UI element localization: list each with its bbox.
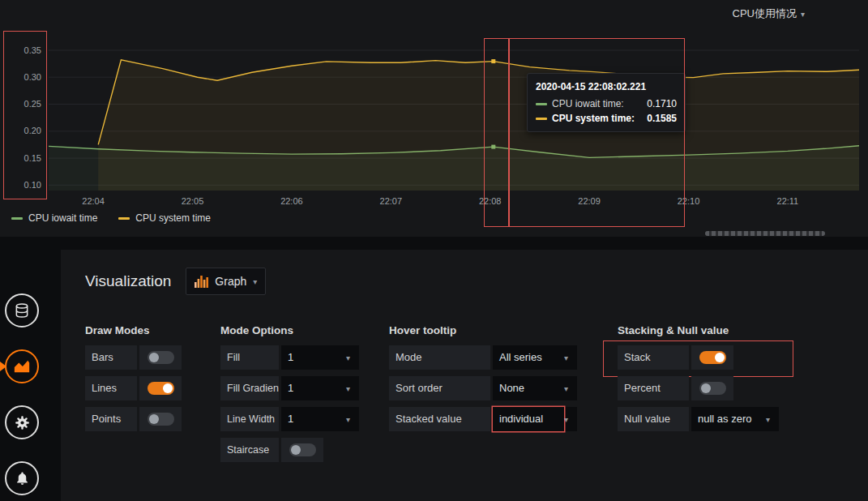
viz-picker-value: Graph <box>215 275 246 288</box>
bar-chart-icon <box>195 275 208 288</box>
form-row-stack: Stack <box>618 345 788 370</box>
svg-text:0.25: 0.25 <box>24 99 41 109</box>
stacked-value-label: Stacked value <box>389 407 490 431</box>
section-hover-tooltip: Hover tooltip Mode All series ▾ Sort ord… <box>389 324 577 469</box>
series-color-icon <box>118 217 130 220</box>
bars-toggle[interactable] <box>139 345 182 370</box>
chevron-down-icon: ▾ <box>346 353 359 362</box>
series-color-icon <box>536 118 547 120</box>
tab-general[interactable] <box>5 405 39 439</box>
form-row-sort-order: Sort order None ▾ <box>389 376 577 400</box>
svg-text:0.20: 0.20 <box>24 126 41 135</box>
editor-columns: Draw Modes Bars Lines Points <box>61 324 868 469</box>
legend-item-system[interactable]: CPU system time <box>118 212 211 224</box>
staircase-toggle[interactable] <box>281 438 323 462</box>
percent-label: Percent <box>618 376 689 400</box>
screen: CPU使用情况▾ 0.350.300.250.200.150.1022:0422… <box>0 0 868 501</box>
form-row-bars: Bars <box>85 345 182 370</box>
lines-label: Lines <box>85 376 137 400</box>
fill-select[interactable]: 1 ▾ <box>281 345 359 370</box>
chart-tooltip: 2020-04-15 22:08:02.221 CPU iowait time:… <box>527 73 686 132</box>
null-value-select[interactable]: null as zero ▾ <box>691 407 779 431</box>
chevron-down-icon: ▾ <box>766 415 779 424</box>
form-row-line-width: Line Width 1 ▾ <box>220 407 359 431</box>
tooltip-series-label: CPU system time: <box>552 113 635 124</box>
form-row-staircase: Staircase <box>220 438 359 462</box>
tooltip-timestamp: 2020-04-15 22:08:02.221 <box>536 81 677 92</box>
svg-text:22:08: 22:08 <box>479 196 502 206</box>
form-row-stacked-value: Stacked value individual ▾ <box>389 407 577 431</box>
form-row-null-value: Null value null as zero ▾ <box>618 407 788 431</box>
bars-label: Bars <box>85 345 137 370</box>
line-width-label: Line Width <box>220 407 279 431</box>
visualization-icon <box>13 358 31 375</box>
chart-legend: CPU iowait time CPU system time <box>11 212 211 224</box>
select-value: 1 <box>281 407 346 431</box>
chevron-down-icon: ▾ <box>253 277 257 286</box>
form-row-percent: Percent <box>618 376 788 400</box>
tooltip-series-value: 0.1710 <box>647 98 677 109</box>
panel-title[interactable]: CPU使用情况▾ <box>733 6 805 21</box>
stack-toggle[interactable] <box>691 345 733 370</box>
series-color-icon <box>536 103 547 105</box>
series-color-icon <box>11 217 23 220</box>
chevron-down-icon: ▾ <box>801 10 805 19</box>
active-tab-arrow-icon <box>0 362 6 371</box>
tab-alert[interactable] <box>5 461 39 495</box>
select-value: All series <box>493 345 564 370</box>
svg-text:22:07: 22:07 <box>380 196 403 206</box>
form-row-fill-gradient: Fill Gradient 1 ▾ <box>220 376 359 400</box>
svg-text:22:09: 22:09 <box>578 196 601 206</box>
horizontal-scrollbar[interactable] <box>705 231 825 236</box>
cpu-usage-panel: CPU使用情况▾ 0.350.300.250.200.150.1022:0422… <box>0 0 868 237</box>
lines-toggle[interactable] <box>139 376 182 400</box>
points-toggle[interactable] <box>139 407 182 431</box>
svg-text:0.15: 0.15 <box>24 153 41 163</box>
gear-icon <box>14 414 31 431</box>
tooltip-mode-select[interactable]: All series ▾ <box>493 345 577 370</box>
legend-item-iowait[interactable]: CPU iowait time <box>11 212 97 224</box>
bell-icon <box>15 471 30 486</box>
cpu-usage-chart[interactable]: 0.350.300.250.200.150.1022:0422:0522:062… <box>0 0 868 211</box>
sort-order-label: Sort order <box>389 376 490 400</box>
tab-visualization[interactable] <box>5 349 39 383</box>
select-value: None <box>493 376 564 400</box>
form-row-mode: Mode All series ▾ <box>389 345 577 370</box>
select-value: null as zero <box>691 407 766 431</box>
visualization-heading: Visualization <box>85 272 171 290</box>
section-title: Mode Options <box>220 324 359 336</box>
stack-label: Stack <box>618 345 689 370</box>
sort-order-select[interactable]: None ▾ <box>493 376 577 400</box>
legend-label: CPU system time <box>135 212 211 224</box>
form-row-points: Points <box>85 407 182 431</box>
line-width-select[interactable]: 1 ▾ <box>281 407 359 431</box>
queries-icon <box>14 302 30 319</box>
tooltip-series-label: CPU iowait time: <box>552 98 624 109</box>
tooltip-series-value: 0.1585 <box>647 113 677 124</box>
section-title: Stacking & Null value <box>618 324 788 336</box>
fill-gradient-select[interactable]: 1 ▾ <box>281 376 359 400</box>
svg-text:22:11: 22:11 <box>777 196 799 206</box>
select-value: 1 <box>281 345 346 370</box>
chevron-down-icon: ▾ <box>346 384 359 393</box>
select-value: individual <box>493 407 564 431</box>
form-row-fill: Fill 1 ▾ <box>220 345 359 370</box>
section-draw-modes: Draw Modes Bars Lines Points <box>85 324 182 469</box>
stacked-value-select[interactable]: individual ▾ <box>493 407 577 431</box>
tab-queries[interactable] <box>5 293 39 328</box>
visualization-editor: Visualization Graph ▾ Draw Mode <box>61 250 868 501</box>
chevron-down-icon: ▾ <box>346 415 359 424</box>
section-mode-options: Mode Options Fill 1 ▾ Fill Gradient 1 ▾ <box>220 324 359 469</box>
svg-text:0.30: 0.30 <box>24 72 41 82</box>
legend-label: CPU iowait time <box>28 212 97 224</box>
fill-gradient-label: Fill Gradient <box>220 376 279 400</box>
svg-text:22:04: 22:04 <box>82 196 105 206</box>
svg-text:22:06: 22:06 <box>280 196 303 206</box>
chevron-down-icon: ▾ <box>564 415 577 424</box>
percent-toggle[interactable] <box>691 376 733 400</box>
mode-label: Mode <box>389 345 490 370</box>
svg-text:22:05: 22:05 <box>182 196 204 206</box>
form-row-lines: Lines <box>85 376 182 400</box>
visualization-picker[interactable]: Graph ▾ <box>186 268 266 295</box>
tooltip-row: CPU iowait time: 0.1710 <box>536 98 677 109</box>
